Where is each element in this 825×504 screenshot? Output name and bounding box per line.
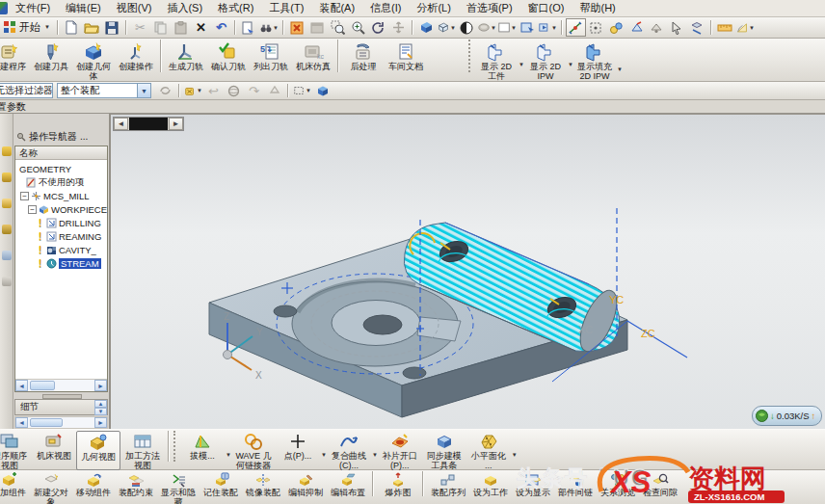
edit-arrangement-button[interactable]: 编辑布置	[327, 471, 369, 504]
postprocess-button[interactable]: 后处理	[342, 40, 385, 81]
machine-tool-view-button[interactable]: 机床视图	[32, 431, 76, 470]
collapse-icon[interactable]: −	[20, 192, 29, 200]
save-button[interactable]	[102, 18, 122, 37]
scroll-left-icon[interactable]: ◄	[15, 417, 28, 428]
deselect-button[interactable]	[687, 18, 707, 37]
selection-filter-dropdown[interactable]: 无选择过滤器 ▼	[0, 83, 53, 98]
menu-format[interactable]: 格式(R)	[210, 0, 261, 17]
background-button[interactable]: ▼	[497, 18, 518, 37]
create-tool-button[interactable]: 创建刀具	[30, 40, 72, 81]
scroll-right-icon[interactable]: ►	[169, 118, 183, 130]
panel-splitter[interactable]	[13, 392, 109, 399]
open-button[interactable]	[82, 18, 102, 37]
tree-row-geometry[interactable]: GEOMETRY	[15, 162, 107, 175]
render-style-button[interactable]	[457, 18, 477, 37]
scroll-left-icon[interactable]: ◄	[15, 380, 28, 391]
mirror-assembly-button[interactable]: 镜像装配	[242, 471, 284, 504]
menu-tools[interactable]: 工具(T)	[261, 0, 311, 17]
sphere-select-button[interactable]	[224, 82, 244, 100]
details-up-button[interactable]: ▲	[94, 400, 107, 408]
tree-row-unused[interactable]: 不使用的项	[15, 175, 107, 189]
remember-constraints-button[interactable]: 记住装配	[200, 471, 242, 504]
composite-curve-button[interactable]: 复合曲线(C)...	[327, 431, 371, 470]
measure-button[interactable]	[715, 18, 735, 37]
menu-preferences[interactable]: 首选项(P)	[459, 0, 520, 17]
generate-toolpath-button[interactable]: 生成刀轨	[165, 40, 207, 81]
assembly-navigator-tab[interactable]	[2, 146, 12, 156]
list-toolpath-button[interactable]: 5↴ 列出刀轨	[250, 40, 292, 81]
exploded-view-button[interactable]: 爆炸图	[377, 471, 419, 504]
tree-row-mcs-mill[interactable]: − MCS_MILL	[15, 189, 107, 202]
menu-edit[interactable]: 编辑(E)	[58, 0, 109, 17]
make-displayed-part-button[interactable]: 设为显示	[512, 471, 554, 504]
shop-documentation-button[interactable]: 车间文档	[385, 40, 427, 81]
collapse-icon[interactable]: −	[28, 205, 37, 214]
wireframe-view-button[interactable]: ▼	[437, 18, 457, 37]
tree-horizontal-scrollbar[interactable]: ◄ ►	[15, 379, 107, 391]
check-clearance-button[interactable]: 检查间隙	[639, 471, 681, 504]
zoom-window-disabled[interactable]	[307, 18, 328, 37]
start-button[interactable]: 开始▼	[0, 19, 54, 37]
shaded-select-button[interactable]	[312, 82, 333, 100]
selection-scope-dropdown[interactable]: 整个装配 ▼	[57, 83, 151, 98]
navigator-more-button[interactable]: ...	[80, 131, 88, 142]
rotate-view-button[interactable]	[368, 18, 388, 37]
redo-selection-button[interactable]: ↷	[244, 82, 264, 100]
scroll-thumb[interactable]	[30, 418, 63, 427]
machining-method-view-button[interactable]: 加工方法视图	[120, 431, 165, 470]
scroll-track[interactable]	[129, 118, 168, 130]
add-component-button[interactable]: 添加组件	[0, 471, 30, 504]
zoom-button[interactable]	[348, 18, 368, 37]
select-cursor-button[interactable]	[667, 18, 687, 37]
assembly-sequence-button[interactable]: 装配序列	[427, 471, 469, 504]
properties-button[interactable]	[239, 18, 259, 37]
delete-button[interactable]: ✕	[191, 18, 211, 37]
wave-geometry-linker-button[interactable]: WAVE 几何链接器	[231, 431, 276, 470]
show-hide-button[interactable]: 显示和隐藏	[157, 471, 200, 504]
make-work-part-button[interactable]: 设为工作	[469, 471, 512, 504]
tree-row-reaming[interactable]: ! REAMING	[15, 229, 107, 243]
refresh-selection-button[interactable]	[155, 82, 175, 100]
details-down-button[interactable]: ▼	[94, 408, 107, 415]
snap-handle-button[interactable]	[626, 18, 647, 37]
synchronous-modeling-button[interactable]: 同步建模工具条	[422, 431, 466, 470]
move-component-button[interactable]: 移动组件	[72, 471, 115, 504]
view-layout-button[interactable]: ▼	[538, 18, 558, 37]
snap-cube-button[interactable]	[586, 18, 606, 37]
interpart-link-button[interactable]: i 部件间链	[554, 471, 597, 504]
edit-suppression-button[interactable]: 编辑抑制	[284, 471, 327, 504]
snap-options-button[interactable]: ▼	[183, 82, 203, 100]
menu-information[interactable]: 信息(I)	[362, 0, 409, 17]
angle-tool-button[interactable]: ▼	[735, 18, 756, 37]
relations-browser-button[interactable]: 关系浏览	[597, 471, 639, 504]
menu-view[interactable]: 视图(V)	[109, 0, 160, 17]
show-filled-2d-ipw-button[interactable]: 显示填充2D IPW	[573, 40, 616, 81]
menu-assemblies[interactable]: 装配(A)	[311, 0, 362, 17]
undo-button[interactable]: ↶	[211, 18, 231, 37]
create-operation-button[interactable]: 创建操作	[115, 40, 157, 81]
viewport-top-scrollbar[interactable]: ◄ ►	[113, 117, 184, 131]
machine-simulation-button[interactable]: kc 机床仿真	[292, 40, 334, 81]
program-order-view-button[interactable]: 程序顺序视图	[0, 431, 32, 470]
menu-file[interactable]: 文件(F)	[8, 0, 58, 17]
scroll-thumb[interactable]	[30, 381, 55, 390]
paste-button[interactable]	[171, 18, 191, 37]
filter-face-button[interactable]	[264, 82, 284, 100]
menu-analysis[interactable]: 分析(L)	[409, 0, 458, 17]
create-geometry-button[interactable]: 创建几何体	[72, 40, 115, 81]
assembly-constraints-button[interactable]: 装配约束	[115, 471, 157, 504]
shaded-view-button[interactable]	[416, 18, 437, 37]
history-tab[interactable]	[2, 277, 12, 286]
details-section-header[interactable]: 细节 ▲▼	[14, 399, 108, 415]
patch-opening-button[interactable]: 补片开口(P)...	[378, 431, 422, 470]
show-2d-ipw-button[interactable]: 显示 2DIPW	[524, 40, 567, 81]
point-button[interactable]: 点(P)...	[276, 431, 320, 470]
menu-insert[interactable]: 插入(S)	[159, 0, 210, 17]
tree-row-stream-selected[interactable]: ! STREAM	[15, 256, 107, 270]
constraint-navigator-tab[interactable]	[2, 172, 12, 182]
face-analysis-button[interactable]: ▼	[477, 18, 497, 37]
snap-feature-button[interactable]	[606, 18, 626, 37]
find-button[interactable]: ▼	[259, 18, 279, 37]
new-file-button[interactable]	[62, 18, 82, 37]
navigator-column-header[interactable]: 名称	[15, 146, 107, 160]
